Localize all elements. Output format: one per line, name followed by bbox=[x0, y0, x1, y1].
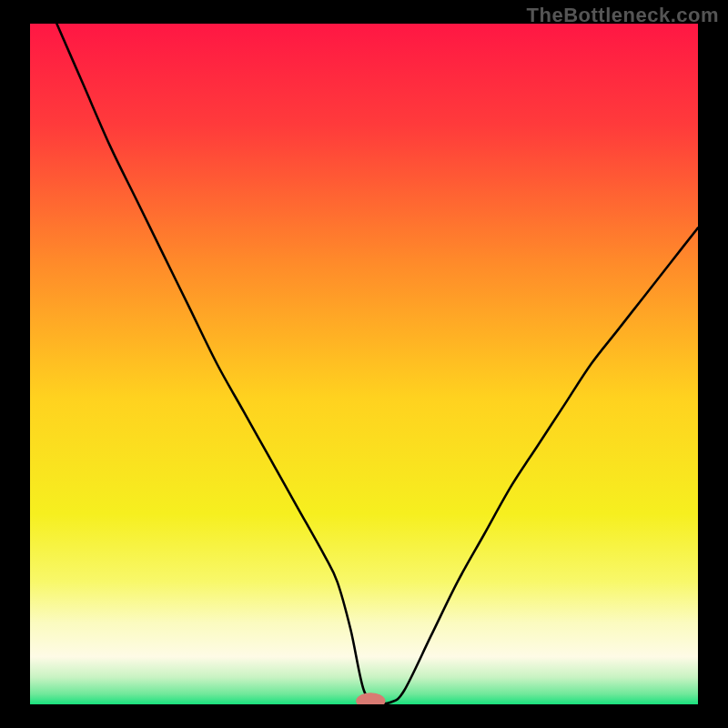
bottleneck-chart bbox=[30, 24, 698, 704]
gradient-background bbox=[30, 24, 698, 704]
plot-area bbox=[30, 24, 698, 704]
chart-frame: TheBottleneck.com bbox=[0, 0, 728, 728]
watermark-text: TheBottleneck.com bbox=[527, 4, 719, 27]
